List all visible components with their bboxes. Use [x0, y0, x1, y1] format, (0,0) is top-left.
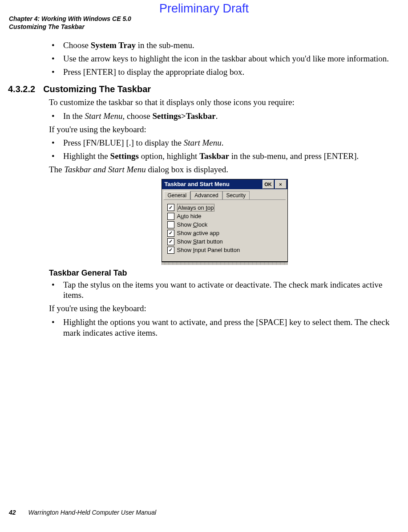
list-item: In the Start Menu, choose Settings>Taskb… — [49, 111, 400, 122]
keyboard-intro: If you're using the keyboard: — [49, 124, 400, 135]
page-number: 42 — [9, 509, 16, 516]
tab-advanced[interactable]: Advanced — [190, 191, 222, 199]
text: Choose — [63, 41, 91, 50]
option-always-on-top[interactable]: Always on top — [167, 204, 283, 211]
list-item: Highlight the options you want to activa… — [49, 317, 400, 338]
checkbox-icon — [167, 213, 174, 220]
dialog-title: Taskbar and Start Menu — [165, 181, 262, 187]
text: . — [216, 111, 218, 121]
stylus-bullets: Tap the stylus on the items you want to … — [49, 280, 400, 301]
list-item: Use the arrow keys to highlight the icon… — [49, 53, 400, 64]
header-section: Customizing The Taskbar — [9, 23, 131, 31]
text-bold: Settings — [110, 151, 139, 161]
checkbox-icon — [167, 221, 174, 228]
list-item: Highlight the Settings option, highlight… — [49, 151, 400, 162]
footer-title: Warrington Hand-Held Computer User Manua… — [28, 509, 157, 516]
option-show-clock[interactable]: Show Clock — [167, 221, 283, 228]
text: dialog box is displayed. — [146, 165, 228, 174]
dialog-titlebar: Taskbar and Start Menu OK × — [162, 179, 287, 189]
text: The — [49, 165, 64, 174]
option-show-start-button[interactable]: Show Start button — [167, 238, 283, 245]
text-italic: Start Menu — [184, 138, 222, 147]
text: Press [FN/BLUE] [.] to display the — [63, 138, 184, 147]
text: Highlight the — [63, 151, 110, 161]
option-label: Show Clock — [177, 221, 208, 228]
keyboard-bullets-2: Highlight the options you want to activa… — [49, 317, 400, 338]
page-footer: 42Warrington Hand-Held Computer User Man… — [9, 509, 156, 516]
text: Use the arrow keys to highlight the icon… — [63, 54, 389, 63]
preliminary-draft-watermark: Preliminary Draft — [0, 2, 408, 16]
list-item: Press [FN/BLUE] [.] to display the Start… — [49, 138, 400, 148]
option-auto-hide[interactable]: Auto hide — [167, 213, 283, 220]
intro-paragraph: To customize the taskbar so that it disp… — [49, 97, 400, 108]
running-header: Chapter 4: Working With Windows CE 5.0 C… — [9, 15, 131, 31]
tab-general[interactable]: General — [164, 191, 191, 199]
header-chapter: Chapter 4: Working With Windows CE 5.0 — [9, 15, 131, 23]
page-content: Choose System Tray in the sub-menu. Use … — [49, 40, 400, 341]
text-italic: Taskbar and Start Menu — [64, 165, 146, 174]
text: Tap the stylus on the items you want to … — [63, 280, 382, 300]
text-italic: Start Menu — [85, 111, 123, 121]
list-item: Press [ENTER] to display the appropriate… — [49, 67, 400, 77]
text: In the — [63, 111, 85, 121]
option-label: Show Input Panel button — [177, 247, 240, 253]
tab-security[interactable]: Security — [222, 191, 250, 199]
checkbox-icon — [167, 230, 174, 237]
close-icon: × — [279, 182, 282, 187]
text: Press [ENTER] to display the appropriate… — [63, 67, 244, 77]
dialog-panel: Always on top Auto hide Show Clock Show … — [164, 199, 286, 260]
section-title: Customizing The Taskbar — [43, 84, 151, 94]
option-show-input-panel[interactable]: Show Input Panel button — [167, 247, 283, 254]
text: Highlight the options you want to activa… — [63, 317, 389, 337]
option-label: Show Start button — [177, 238, 223, 245]
checkbox-icon — [167, 247, 174, 254]
keyboard-intro-2: If you're using the keyboard: — [49, 303, 400, 314]
dialog-bottom-strip — [162, 262, 288, 265]
text: . — [222, 138, 224, 147]
dialog-screenshot: Taskbar and Start Menu OK × General Adva… — [162, 179, 288, 265]
option-label: Auto hide — [177, 213, 202, 219]
top-bullet-list: Choose System Tray in the sub-menu. Use … — [49, 40, 400, 77]
text: in the sub-menu. — [136, 41, 194, 50]
list-item: Tap the stylus on the items you want to … — [49, 280, 400, 301]
option-show-active-app[interactable]: Show active app — [167, 230, 283, 237]
list-item: Choose System Tray in the sub-menu. — [49, 40, 400, 51]
section-heading: 4.3.2.2Customizing The Taskbar — [8, 84, 400, 94]
dialog-tabs: General Advanced Security — [162, 189, 287, 199]
ok-button[interactable]: OK — [263, 180, 274, 189]
subsection-heading: Taskbar General Tab — [49, 268, 400, 278]
taskbar-dialog: Taskbar and Start Menu OK × General Adva… — [162, 179, 288, 262]
close-button[interactable]: × — [275, 180, 287, 189]
text: in the sub-menu, and press [ENTER]. — [229, 151, 359, 161]
section-number: 4.3.2.2 — [8, 84, 35, 94]
text: option, highlight — [139, 151, 199, 161]
checkbox-icon — [167, 238, 174, 245]
keyboard-bullets: Press [FN/BLUE] [.] to display the Start… — [49, 138, 400, 162]
text-bold: Taskbar — [199, 151, 229, 161]
start-menu-bullet: In the Start Menu, choose Settings>Taskb… — [49, 111, 400, 122]
text-bold: Settings>Taskbar — [153, 111, 216, 121]
checkbox-icon — [167, 204, 174, 211]
option-label: Show active app — [177, 230, 219, 236]
dialog-intro: The Taskbar and Start Menu dialog box is… — [49, 164, 400, 175]
text-bold: System Tray — [91, 41, 136, 50]
text: , choose — [123, 111, 153, 121]
option-label: Always on top — [177, 204, 215, 211]
